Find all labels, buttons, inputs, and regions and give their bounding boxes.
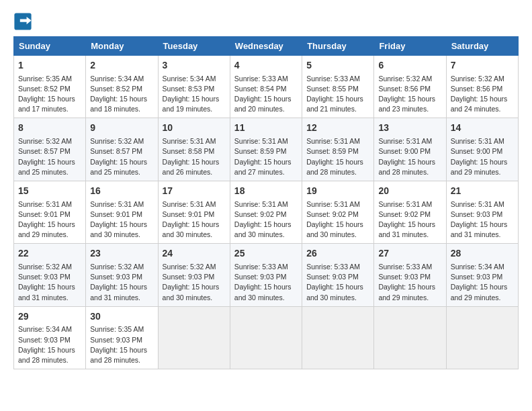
page: SundayMondayTuesdayWednesdayThursdayFrid… [0, 0, 532, 381]
day-number: 4 [234, 59, 298, 73]
calendar-cell [230, 306, 302, 369]
calendar-row-1: 1Sunrise: 5:35 AM Sunset: 8:52 PM Daylig… [14, 56, 519, 118]
header-cell-saturday: Saturday [446, 37, 518, 56]
calendar-row-2: 8Sunrise: 5:32 AM Sunset: 8:57 PM Daylig… [14, 118, 519, 181]
calendar: SundayMondayTuesdayWednesdayThursdayFrid… [13, 36, 519, 369]
day-info: Sunrise: 5:34 AM Sunset: 8:53 PM Dayligh… [163, 74, 226, 115]
calendar-cell: 4Sunrise: 5:33 AM Sunset: 8:54 PM Daylig… [230, 56, 302, 118]
calendar-cell: 10Sunrise: 5:31 AM Sunset: 8:58 PM Dayli… [158, 118, 230, 181]
day-info: Sunrise: 5:34 AM Sunset: 9:03 PM Dayligh… [18, 324, 81, 365]
day-info: Sunrise: 5:34 AM Sunset: 8:52 PM Dayligh… [90, 74, 153, 115]
calendar-cell: 6Sunrise: 5:32 AM Sunset: 8:56 PM Daylig… [374, 56, 446, 118]
day-number: 2 [90, 59, 153, 73]
day-number: 15 [18, 185, 81, 198]
calendar-cell: 27Sunrise: 5:33 AM Sunset: 9:03 PM Dayli… [374, 244, 446, 306]
day-number: 12 [306, 122, 369, 135]
day-info: Sunrise: 5:32 AM Sunset: 9:03 PM Dayligh… [90, 262, 153, 303]
calendar-cell: 3Sunrise: 5:34 AM Sunset: 8:53 PM Daylig… [158, 56, 230, 118]
day-info: Sunrise: 5:35 AM Sunset: 8:52 PM Dayligh… [18, 74, 81, 115]
header-cell-sunday: Sunday [14, 37, 86, 56]
day-number: 5 [306, 59, 369, 73]
calendar-cell [446, 306, 518, 369]
day-number: 19 [306, 185, 369, 198]
day-info: Sunrise: 5:31 AM Sunset: 9:00 PM Dayligh… [451, 136, 514, 177]
day-number: 17 [163, 185, 226, 198]
day-number: 29 [18, 310, 81, 324]
calendar-cell [302, 306, 374, 369]
day-info: Sunrise: 5:31 AM Sunset: 8:59 PM Dayligh… [234, 136, 298, 177]
day-info: Sunrise: 5:31 AM Sunset: 9:01 PM Dayligh… [18, 199, 81, 240]
calendar-cell: 7Sunrise: 5:32 AM Sunset: 8:56 PM Daylig… [446, 56, 518, 118]
day-info: Sunrise: 5:35 AM Sunset: 9:03 PM Dayligh… [90, 324, 153, 365]
calendar-cell [374, 306, 446, 369]
calendar-cell: 18Sunrise: 5:31 AM Sunset: 9:02 PM Dayli… [230, 181, 302, 243]
day-number: 30 [90, 310, 153, 324]
calendar-cell: 8Sunrise: 5:32 AM Sunset: 8:57 PM Daylig… [14, 118, 86, 181]
day-info: Sunrise: 5:33 AM Sunset: 9:03 PM Dayligh… [234, 262, 298, 303]
calendar-cell: 1Sunrise: 5:35 AM Sunset: 8:52 PM Daylig… [14, 56, 86, 118]
day-info: Sunrise: 5:32 AM Sunset: 8:57 PM Dayligh… [90, 136, 153, 177]
header-cell-wednesday: Wednesday [230, 37, 302, 56]
calendar-cell: 22Sunrise: 5:32 AM Sunset: 9:03 PM Dayli… [14, 244, 86, 306]
day-number: 21 [451, 185, 514, 198]
header-cell-friday: Friday [374, 37, 446, 56]
day-info: Sunrise: 5:33 AM Sunset: 8:54 PM Dayligh… [234, 74, 298, 115]
day-number: 26 [306, 247, 369, 261]
day-info: Sunrise: 5:33 AM Sunset: 9:03 PM Dayligh… [378, 262, 441, 303]
calendar-cell: 15Sunrise: 5:31 AM Sunset: 9:01 PM Dayli… [14, 181, 86, 243]
day-number: 25 [234, 247, 298, 261]
calendar-cell: 30Sunrise: 5:35 AM Sunset: 9:03 PM Dayli… [86, 306, 158, 369]
day-number: 11 [234, 122, 298, 135]
day-number: 1 [18, 59, 81, 73]
day-info: Sunrise: 5:31 AM Sunset: 8:58 PM Dayligh… [163, 136, 226, 177]
day-number: 16 [90, 185, 153, 198]
calendar-cell: 19Sunrise: 5:31 AM Sunset: 9:02 PM Dayli… [302, 181, 374, 243]
day-number: 7 [451, 59, 514, 73]
calendar-cell: 2Sunrise: 5:34 AM Sunset: 8:52 PM Daylig… [86, 56, 158, 118]
calendar-cell: 28Sunrise: 5:34 AM Sunset: 9:03 PM Dayli… [446, 244, 518, 306]
day-info: Sunrise: 5:31 AM Sunset: 9:02 PM Dayligh… [306, 199, 369, 240]
day-number: 27 [378, 247, 441, 261]
day-number: 18 [234, 185, 298, 198]
logo [13, 12, 35, 31]
day-number: 10 [163, 122, 226, 135]
header [13, 12, 519, 31]
day-info: Sunrise: 5:31 AM Sunset: 9:01 PM Dayligh… [90, 199, 153, 240]
day-info: Sunrise: 5:34 AM Sunset: 9:03 PM Dayligh… [451, 262, 514, 303]
day-info: Sunrise: 5:31 AM Sunset: 8:59 PM Dayligh… [306, 136, 369, 177]
calendar-cell: 16Sunrise: 5:31 AM Sunset: 9:01 PM Dayli… [86, 181, 158, 243]
day-info: Sunrise: 5:31 AM Sunset: 9:03 PM Dayligh… [451, 199, 514, 240]
day-number: 13 [378, 122, 441, 135]
day-number: 22 [18, 247, 81, 261]
day-info: Sunrise: 5:31 AM Sunset: 9:02 PM Dayligh… [234, 199, 298, 240]
day-info: Sunrise: 5:31 AM Sunset: 9:01 PM Dayligh… [163, 199, 226, 240]
calendar-cell: 29Sunrise: 5:34 AM Sunset: 9:03 PM Dayli… [14, 306, 86, 369]
logo-icon [13, 12, 32, 31]
calendar-cell [158, 306, 230, 369]
calendar-cell: 23Sunrise: 5:32 AM Sunset: 9:03 PM Dayli… [86, 244, 158, 306]
calendar-cell: 20Sunrise: 5:31 AM Sunset: 9:02 PM Dayli… [374, 181, 446, 243]
day-info: Sunrise: 5:33 AM Sunset: 9:03 PM Dayligh… [306, 262, 369, 303]
calendar-cell: 26Sunrise: 5:33 AM Sunset: 9:03 PM Dayli… [302, 244, 374, 306]
header-cell-thursday: Thursday [302, 37, 374, 56]
calendar-cell: 5Sunrise: 5:33 AM Sunset: 8:55 PM Daylig… [302, 56, 374, 118]
calendar-cell: 14Sunrise: 5:31 AM Sunset: 9:00 PM Dayli… [446, 118, 518, 181]
day-info: Sunrise: 5:31 AM Sunset: 9:02 PM Dayligh… [378, 199, 441, 240]
calendar-cell: 11Sunrise: 5:31 AM Sunset: 8:59 PM Dayli… [230, 118, 302, 181]
day-info: Sunrise: 5:32 AM Sunset: 8:56 PM Dayligh… [378, 74, 441, 115]
calendar-cell: 13Sunrise: 5:31 AM Sunset: 9:00 PM Dayli… [374, 118, 446, 181]
calendar-row-5: 29Sunrise: 5:34 AM Sunset: 9:03 PM Dayli… [14, 306, 519, 369]
day-number: 8 [18, 122, 81, 135]
day-info: Sunrise: 5:32 AM Sunset: 8:56 PM Dayligh… [451, 74, 514, 115]
calendar-row-4: 22Sunrise: 5:32 AM Sunset: 9:03 PM Dayli… [14, 244, 519, 306]
calendar-cell: 17Sunrise: 5:31 AM Sunset: 9:01 PM Dayli… [158, 181, 230, 243]
header-row: SundayMondayTuesdayWednesdayThursdayFrid… [14, 37, 519, 56]
day-number: 24 [163, 247, 226, 261]
day-number: 28 [451, 247, 514, 261]
header-cell-tuesday: Tuesday [158, 37, 230, 56]
calendar-cell: 9Sunrise: 5:32 AM Sunset: 8:57 PM Daylig… [86, 118, 158, 181]
day-number: 23 [90, 247, 153, 261]
day-info: Sunrise: 5:31 AM Sunset: 9:00 PM Dayligh… [378, 136, 441, 177]
calendar-cell: 21Sunrise: 5:31 AM Sunset: 9:03 PM Dayli… [446, 181, 518, 243]
day-info: Sunrise: 5:32 AM Sunset: 9:03 PM Dayligh… [18, 262, 81, 303]
